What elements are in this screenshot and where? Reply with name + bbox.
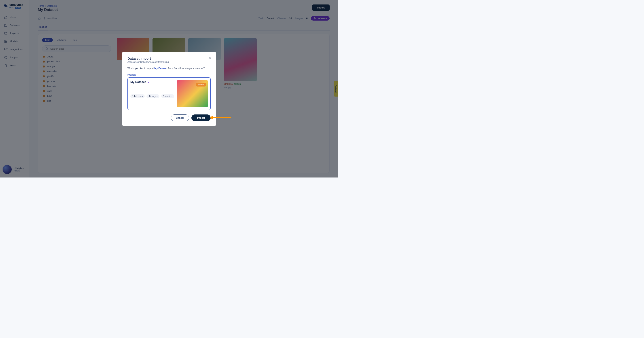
cancel-button[interactable]: Cancel [171, 114, 189, 121]
question-post: from Roboflow into your account? [167, 67, 204, 70]
question-dataset-name: My Dataset [154, 67, 167, 70]
import-confirm-button[interactable]: Import [192, 114, 211, 121]
modal-subtitle: Access your Roboflow dataset for trainin… [128, 61, 211, 63]
close-icon [208, 56, 212, 59]
modal-actions: Cancel Import [128, 114, 211, 121]
preview-label: Preview [128, 74, 211, 76]
modal-overlay[interactable]: Dataset Import Access your Roboflow data… [0, 0, 338, 178]
modal-dataset-import: Dataset Import Access your Roboflow data… [122, 52, 216, 126]
roboflow-icon [147, 80, 150, 83]
preview-image: Detect [177, 80, 208, 107]
modal-question: Would you like to import My Dataset from… [128, 67, 211, 70]
modal-title: Dataset Import [128, 56, 211, 60]
preview-title: My Dataset [130, 80, 174, 84]
stat-version: 1version [161, 94, 174, 98]
question-pre: Would you like to import [128, 67, 154, 70]
stat-classes: 10classes [130, 94, 145, 98]
stat-images: 6images [146, 94, 160, 98]
detect-badge: Detect [196, 83, 206, 86]
preview-stats: 10classes 6images 1version [130, 94, 174, 98]
preview-title-text: My Dataset [130, 80, 146, 84]
preview-card[interactable]: My Dataset 10classes 6images 1version De… [128, 77, 211, 110]
close-button[interactable] [208, 56, 212, 60]
